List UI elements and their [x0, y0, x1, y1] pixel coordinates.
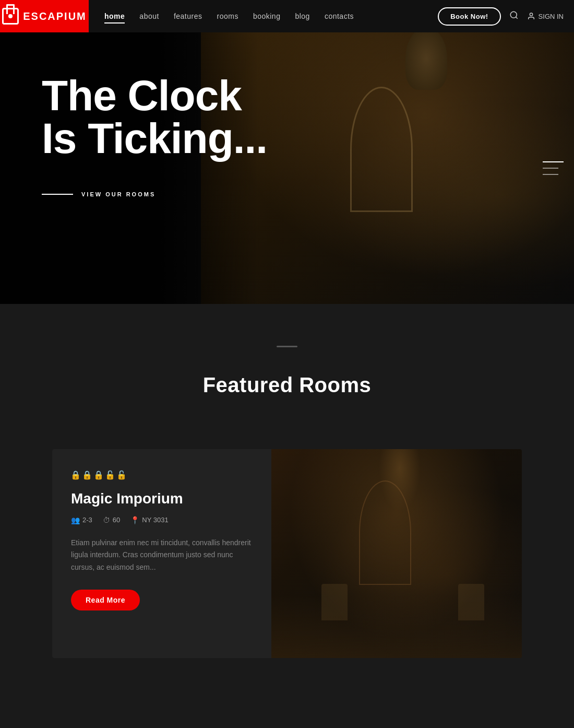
- room-difficulty: 🔒 🔒 🔒 🔓 🔓: [71, 470, 253, 479]
- user-icon: [527, 12, 535, 20]
- room-card: 🔒 🔒 🔒 🔓 🔓 Magic Imporium 👥 2-3 ⏱ 60: [52, 449, 522, 658]
- svg-point-0: [510, 11, 517, 18]
- location-icon: 📍: [130, 516, 139, 524]
- hero-section: The Clock Is Ticking... VIEW OUR ROOMS: [0, 32, 574, 304]
- hero-line-decoration: [42, 194, 73, 195]
- side-navigation: [543, 161, 564, 175]
- read-more-button[interactable]: Read More: [71, 590, 140, 610]
- nav-link-about[interactable]: about: [139, 10, 159, 22]
- room-time: ⏱ 60: [103, 516, 120, 524]
- sign-in-button[interactable]: SIGN IN: [527, 12, 564, 20]
- location-value: NY 3031: [142, 516, 168, 524]
- nav-actions: Book Now! SIGN IN: [438, 7, 574, 26]
- hero-title-line2: Is Ticking...: [42, 114, 267, 162]
- nav-link-home[interactable]: home: [104, 10, 125, 22]
- room-card-container: 🔒 🔒 🔒 🔓 🔓 Magic Imporium 👥 2-3 ⏱ 60: [31, 449, 543, 658]
- room-card-image: [271, 449, 522, 658]
- logo-icon-inner: [8, 14, 13, 18]
- hero-title: The Clock Is Ticking...: [42, 74, 267, 160]
- logo-text: ESCAPIUM: [23, 10, 87, 22]
- hero-cta[interactable]: VIEW OUR ROOMS: [42, 191, 267, 197]
- players-icon: 👥: [71, 516, 80, 524]
- players-value: 2-3: [82, 516, 92, 524]
- difficulty-lock-2: 🔒: [82, 470, 92, 479]
- featured-section-header: Featured Rooms: [0, 304, 574, 428]
- hero-cta-text: VIEW OUR ROOMS: [81, 191, 156, 197]
- search-icon: [509, 10, 519, 20]
- section-divider: [277, 346, 297, 347]
- room-description: Etiam pulvinar enim nec mi tincidunt, co…: [71, 537, 253, 574]
- section-title: Featured Rooms: [0, 373, 574, 397]
- room-location: 📍 NY 3031: [130, 516, 168, 524]
- nav-link-rooms[interactable]: rooms: [217, 10, 238, 22]
- svg-point-2: [530, 13, 532, 16]
- nav-link-booking[interactable]: booking: [253, 10, 281, 22]
- side-nav-item-2[interactable]: [543, 168, 558, 169]
- logo-block[interactable]: ESCAPIUM: [0, 0, 89, 32]
- hero-content: The Clock Is Ticking... VIEW OUR ROOMS: [42, 74, 267, 197]
- logo-icon: [2, 8, 19, 25]
- nav-link-blog[interactable]: blog: [295, 10, 309, 22]
- room-meta: 👥 2-3 ⏱ 60 📍 NY 3031: [71, 516, 253, 524]
- room-name: Magic Imporium: [71, 490, 253, 508]
- difficulty-lock-5: 🔓: [117, 470, 126, 479]
- chandelier-body: [405, 32, 447, 90]
- clock-icon: ⏱: [103, 516, 110, 524]
- nav-link-contacts[interactable]: contacts: [325, 10, 354, 22]
- svg-line-1: [516, 17, 517, 18]
- room-floor: [271, 595, 522, 658]
- difficulty-lock-1: 🔒: [71, 470, 80, 479]
- room-players: 👥 2-3: [71, 516, 92, 524]
- room-card-info: 🔒 🔒 🔒 🔓 🔓 Magic Imporium 👥 2-3 ⏱ 60: [52, 449, 271, 658]
- room-arch: [359, 480, 411, 585]
- book-now-button[interactable]: Book Now!: [438, 7, 500, 26]
- room-hall-decoration: [271, 449, 522, 658]
- difficulty-lock-3: 🔒: [94, 470, 103, 479]
- hero-title-line1: The Clock: [42, 72, 242, 119]
- sign-in-label: SIGN IN: [539, 13, 564, 20]
- door-frame-decoration: [350, 87, 413, 212]
- nav-link-features[interactable]: features: [174, 10, 202, 22]
- side-nav-item-3[interactable]: [543, 174, 558, 175]
- featured-rooms-section: 🔒 🔒 🔒 🔓 🔓 Magic Imporium 👥 2-3 ⏱ 60: [0, 428, 574, 700]
- time-value: 60: [113, 516, 120, 524]
- side-nav-item-1[interactable]: [543, 161, 564, 162]
- main-nav: home about features rooms booking blog c…: [89, 10, 438, 22]
- search-button[interactable]: [509, 10, 519, 22]
- difficulty-lock-4: 🔓: [105, 470, 115, 479]
- room-image-background: [271, 449, 522, 658]
- header: ESCAPIUM home about features rooms booki…: [0, 0, 574, 32]
